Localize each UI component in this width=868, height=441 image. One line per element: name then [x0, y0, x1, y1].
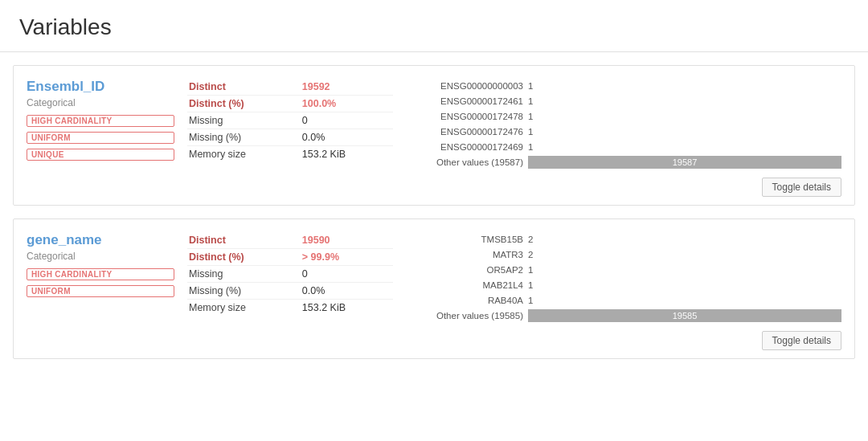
toggle-details-button-var-ensembl[interactable]: Toggle details [762, 178, 841, 197]
stat-value: > 99.9% [301, 249, 393, 266]
chart-row: MAB21L41 [419, 278, 841, 292]
badge-high-cardinality: HIGH CARDINALITY [27, 115, 174, 127]
chart-row: OR5AP21 [419, 263, 841, 277]
stats-row: Distinct (%)100.0% [187, 96, 393, 112]
badge-unique: UNIQUE [27, 149, 174, 161]
stats-row: Distinct19590 [187, 232, 393, 249]
chart-row-count: 1 [528, 112, 542, 121]
stat-label: Missing (%) [187, 283, 301, 300]
stat-label: Memory size [187, 300, 301, 316]
chart-row: RAB40A1 [419, 293, 841, 308]
chart-row: MATR32 [419, 247, 841, 262]
stats-row: Distinct19592 [187, 79, 393, 96]
chart-row-count: 1 [528, 81, 542, 91]
stat-label: Distinct (%) [187, 96, 301, 112]
chart-row-count: 1 [528, 280, 542, 290]
var-name-var-gene-name: gene_name [27, 232, 174, 248]
stat-value: 100.0% [301, 96, 393, 112]
stat-label: Missing [187, 266, 301, 283]
chart-row-count: 1 [528, 265, 542, 275]
chart-row-label: Other values (19585) [419, 311, 523, 321]
chart-row-count: 1 [528, 127, 542, 137]
chart-row: ENSG000001724761 [419, 125, 841, 139]
stats-row: Memory size153.2 KiB [187, 146, 393, 163]
chart-row-count: 1 [528, 296, 542, 305]
stat-value: 19592 [301, 79, 393, 96]
chart-row: ENSG000001724691 [419, 140, 841, 154]
stats-row: Memory size153.2 KiB [187, 300, 393, 316]
chart-row-count: 2 [528, 250, 542, 259]
variable-card-var-gene-name: gene_nameCategoricalHIGH CARDINALITYUNIF… [13, 218, 855, 359]
chart-row-label: RAB40A [419, 296, 523, 305]
stat-label: Distinct [187, 232, 301, 249]
variable-card-var-ensembl: Ensembl_IDCategoricalHIGH CARDINALITYUNI… [13, 65, 855, 206]
stat-value: 0 [301, 266, 393, 283]
stat-label: Distinct (%) [187, 249, 301, 266]
chart-row: ENSG000001724781 [419, 109, 841, 124]
stat-value: 0.0% [301, 129, 393, 146]
chart-row: ENSG000000000031 [419, 79, 841, 93]
chart-row-label: TMSB15B [419, 235, 523, 244]
stats-row: Missing0 [187, 266, 393, 283]
stat-label: Missing [187, 112, 301, 129]
stat-label: Memory size [187, 146, 301, 163]
stats-table-var-ensembl: Distinct19592Distinct (%)100.0%Missing0M… [187, 79, 393, 162]
stat-label: Missing (%) [187, 129, 301, 146]
chart-row-label: OR5AP2 [419, 265, 523, 275]
chart-row-label: ENSG00000000003 [419, 81, 523, 91]
chart-row-label: ENSG00000172476 [419, 127, 523, 137]
stat-label: Distinct [187, 79, 301, 96]
var-type-var-ensembl: Categorical [27, 97, 174, 108]
stats-row: Distinct (%)> 99.9% [187, 249, 393, 266]
toggle-details-button-var-gene-name[interactable]: Toggle details [762, 331, 841, 350]
stat-value: 153.2 KiB [301, 146, 393, 163]
chart-row: TMSB15B2 [419, 232, 841, 247]
chart-row-label: MATR3 [419, 250, 523, 259]
chart-row-label: ENSG00000172469 [419, 142, 523, 152]
chart-row-label: ENSG00000172461 [419, 96, 523, 106]
chart-row-count: 1 [528, 142, 542, 152]
badge-high-cardinality: HIGH CARDINALITY [27, 268, 174, 280]
stats-table-var-gene-name: Distinct19590Distinct (%)> 99.9%Missing0… [187, 232, 393, 316]
badge-uniform: UNIFORM [27, 132, 174, 144]
stats-row: Missing (%)0.0% [187, 283, 393, 300]
chart-row: Other values (19587)19587 [419, 155, 841, 169]
stat-value: 19590 [301, 232, 393, 249]
chart-row-count: 2 [528, 235, 542, 244]
variable-inner-var-ensembl: Ensembl_IDCategoricalHIGH CARDINALITYUNI… [14, 66, 854, 169]
chart-bar: 19585 [528, 309, 841, 322]
badge-uniform: UNIFORM [27, 285, 174, 297]
chart-row-count: 1 [528, 96, 542, 106]
chart-row-label: Other values (19587) [419, 157, 523, 167]
chart-row: Other values (19585)19585 [419, 308, 841, 323]
var-type-var-gene-name: Categorical [27, 251, 174, 262]
chart-row: ENSG000001724611 [419, 94, 841, 108]
stat-value: 0.0% [301, 283, 393, 300]
chart-row-label: MAB21L4 [419, 280, 523, 290]
var-name-var-ensembl: Ensembl_ID [27, 79, 174, 95]
page-title: Variables [0, 0, 868, 52]
variable-inner-var-gene-name: gene_nameCategoricalHIGH CARDINALITYUNIF… [14, 219, 854, 323]
chart-bar: 19587 [528, 156, 841, 169]
variables-container: Ensembl_IDCategoricalHIGH CARDINALITYUNI… [0, 65, 868, 359]
stat-value: 0 [301, 112, 393, 129]
stats-row: Missing0 [187, 112, 393, 129]
chart-row-label: ENSG00000172478 [419, 112, 523, 121]
stat-value: 153.2 KiB [301, 300, 393, 316]
stats-row: Missing (%)0.0% [187, 129, 393, 146]
